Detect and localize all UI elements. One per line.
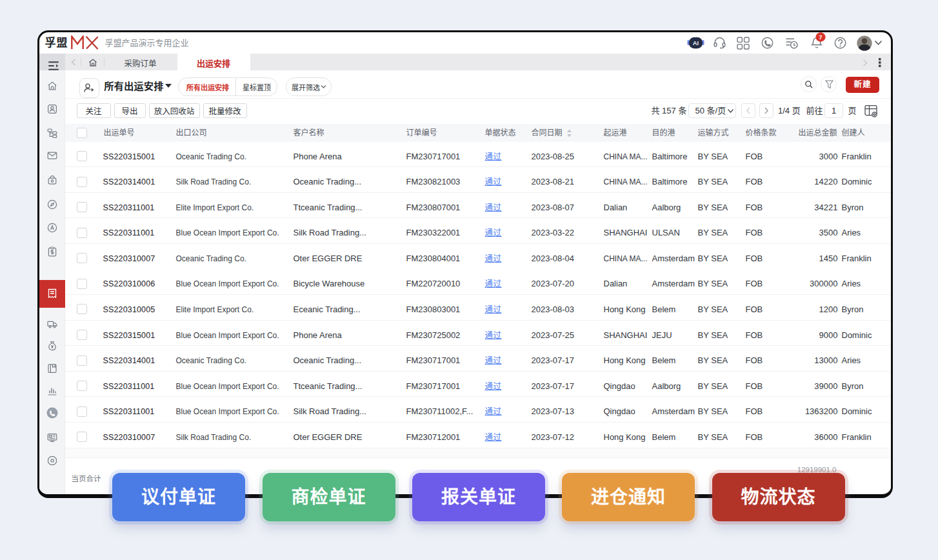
svg-text:AI: AI (692, 39, 699, 46)
svg-text:7: 7 (819, 33, 822, 40)
